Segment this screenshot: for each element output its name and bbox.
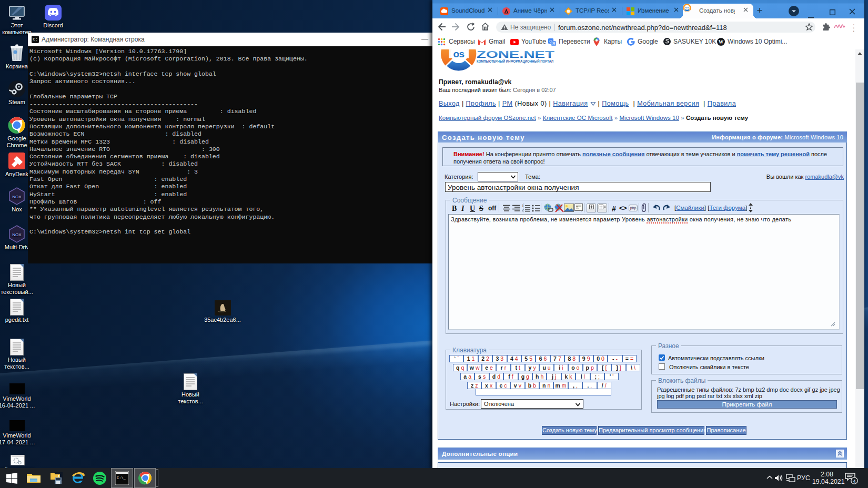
svg-text:os: os	[453, 49, 464, 59]
svg-text:NOX: NOX	[12, 195, 22, 199]
svg-text:os: os	[685, 6, 689, 9]
svg-text:2: 2	[522, 208, 524, 212]
svg-text:4: 4	[853, 479, 855, 484]
svg-text:W: W	[719, 39, 724, 45]
svg-text:NOX: NOX	[12, 232, 22, 237]
svg-text:“: “	[576, 205, 579, 210]
svg-text:КОМПЬЮТЕРНЫЙ ИНФОРМАЦИОННЫЙ ПО: КОМПЬЮТЕРНЫЙ ИНФОРМАЦИОННЫЙ ПОРТАЛ	[477, 59, 553, 64]
svg-text:C:\_: C:\_	[117, 476, 126, 480]
svg-text:1: 1	[522, 204, 524, 208]
svg-text:Я: Я	[552, 42, 555, 45]
